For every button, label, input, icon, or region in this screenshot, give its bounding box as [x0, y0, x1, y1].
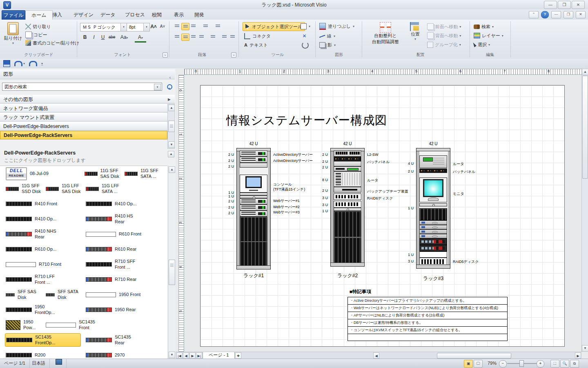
shape-item[interactable]: 1950 Rear: [85, 306, 136, 313]
shape-item[interactable]: 11G SFF SSD Disk: [5, 182, 45, 195]
shapes-scrollbar-thumb[interactable]: [169, 260, 175, 285]
h-scroll-right-icon[interactable]: ▶: [575, 352, 581, 359]
stencil-network-room[interactable]: ネットワーク室備品: [0, 104, 167, 112]
find-button[interactable]: 検索▾: [474, 23, 494, 30]
unit-backup-tape[interactable]: [334, 187, 361, 193]
bullets-button[interactable]: [202, 23, 209, 29]
stencil-scroll-thumb[interactable]: [168, 121, 175, 132]
shape-item[interactable]: 1950 FrontOp...: [5, 303, 85, 316]
unit-router[interactable]: [334, 171, 361, 187]
paragraph-dialog-launcher[interactable]: ⌄: [231, 52, 236, 58]
zoom-slider-thumb[interactable]: [519, 360, 524, 367]
shape-item[interactable]: 1950 Front: [85, 291, 141, 298]
fit-page-button[interactable]: ⛶: [550, 360, 559, 368]
help-icon[interactable]: ?: [541, 11, 549, 18]
shape-item[interactable]: 11G SFF SATA ...: [124, 167, 167, 180]
scroll-up-icon[interactable]: ▲: [582, 69, 588, 75]
zoom-out-icon[interactable]: −: [499, 360, 507, 368]
unit-router[interactable]: [419, 155, 447, 168]
unit-ad-server-1[interactable]: [240, 150, 267, 157]
align-left-button[interactable]: [173, 34, 180, 40]
align-bottom-button[interactable]: [189, 23, 197, 29]
unit-db-server-1[interactable]: [419, 238, 447, 245]
unit-keyboard-tray[interactable]: [240, 195, 267, 198]
unit-server[interactable]: [419, 225, 447, 229]
increase-indent-button[interactable]: [229, 34, 236, 40]
unit-server[interactable]: [334, 166, 361, 171]
doc-restore-button[interactable]: ❐: [564, 11, 573, 18]
group-button[interactable]: グループ化▾: [427, 41, 461, 48]
shape-item[interactable]: R200: [5, 352, 85, 359]
connector-tool-button[interactable]: コネクタ: [244, 32, 271, 40]
unit-db-server-2[interactable]: [419, 245, 447, 251]
decrease-indent-button[interactable]: [220, 34, 228, 40]
font-family-combo[interactable]: ＭＳ Ｐゴシック▾: [80, 23, 127, 31]
zoom-percent[interactable]: 79%: [483, 359, 501, 368]
stencil-scrollbar[interactable]: ▲ ▼: [167, 104, 175, 149]
shape-item-selected[interactable]: SC1435 FrontOp...: [5, 333, 81, 347]
auto-align-button[interactable]: 自動整列と自動間隔調整: [366, 22, 405, 45]
unit-server-dark[interactable]: [419, 208, 447, 220]
unit-console-monitor[interactable]: [240, 175, 267, 193]
unit-disk-array[interactable]: [334, 211, 361, 264]
stencil-rack-mounted[interactable]: ラック マウント式装置: [0, 113, 167, 121]
window-view-button[interactable]: ▣: [464, 360, 473, 368]
align-top-button[interactable]: [173, 23, 180, 29]
shape-item[interactable]: SC1435 Front: [45, 319, 107, 331]
unit-raid5-disk[interactable]: [419, 258, 447, 266]
font-size-combo[interactable]: 8pt▾: [127, 23, 150, 31]
vertical-scroll-thumb[interactable]: [582, 76, 588, 179]
shape-item[interactable]: R410 Op...: [85, 200, 137, 207]
shape-item[interactable]: R410 HS Rear: [85, 213, 143, 225]
layers-button[interactable]: レイヤー▾: [474, 32, 503, 39]
first-page-icon[interactable]: |◀: [176, 352, 183, 359]
minimize-button[interactable]: —: [544, 1, 557, 9]
doc-close-button[interactable]: ✕: [576, 11, 586, 18]
unit-l2-switch[interactable]: [334, 150, 361, 157]
align-right-button[interactable]: [189, 34, 197, 40]
shape-item[interactable]: R610 Rear: [85, 246, 137, 253]
grow-font-button[interactable]: A˄: [149, 23, 158, 31]
tab-view[interactable]: 表示: [168, 10, 189, 20]
send-back-button[interactable]: 背面へ移動▾: [427, 32, 461, 39]
zoom-in-icon[interactable]: +: [537, 360, 544, 368]
tab-file[interactable]: ファイル: [2, 10, 25, 20]
case-button[interactable]: Aa▾: [118, 34, 130, 41]
unit-raid6-disk-1[interactable]: [334, 193, 361, 200]
search-dropdown-icon[interactable]: ▾: [154, 84, 161, 90]
shape-item[interactable]: R410 NHS Rear: [5, 228, 85, 240]
bring-front-button[interactable]: 前面へ移動▾: [427, 23, 461, 30]
shape-item[interactable]: SFF SATA Disk: [45, 288, 85, 301]
unit-server[interactable]: [419, 229, 447, 234]
text-rotate-button[interactable]: [214, 23, 221, 29]
format-painter-button[interactable]: 書式のコピー/貼り付け: [25, 39, 79, 47]
status-page-indicator[interactable]: ページ 1/1: [0, 359, 30, 368]
page-viewport[interactable]: 情報システムサーバー構成図 42 U: [184, 75, 582, 352]
rotate-text-tool-button[interactable]: [302, 41, 309, 49]
shape-item[interactable]: 2970: [85, 352, 125, 359]
unit-tray[interactable]: [240, 193, 267, 195]
more-shapes-bar[interactable]: その他の図形 ▶: [0, 95, 175, 103]
redo-icon[interactable]: [29, 61, 37, 66]
zoom-window-button[interactable]: 🔍: [560, 360, 569, 368]
shape-item[interactable]: R710 Rear: [85, 276, 137, 283]
align-middle-button[interactable]: [181, 23, 189, 30]
shape-item[interactable]: R410 Front: [5, 200, 85, 207]
unit-patch-panel[interactable]: [419, 168, 447, 173]
unit-server[interactable]: [419, 234, 447, 238]
unit-blank-tray[interactable]: [334, 161, 361, 166]
justify-button[interactable]: [198, 34, 205, 40]
vertical-scrollbar[interactable]: ▲ ▼: [581, 68, 588, 352]
close-button[interactable]: ✕: [572, 1, 585, 9]
unit-blank[interactable]: [419, 251, 447, 258]
shape-item[interactable]: R410 Op...: [5, 215, 85, 222]
fullscreen-view-button[interactable]: 🖵: [474, 360, 483, 368]
horizontal-scroll-thumb[interactable]: [437, 353, 511, 359]
unit-disk-array[interactable]: [240, 217, 267, 267]
status-language[interactable]: 日本語: [28, 359, 50, 368]
rack-1[interactable]: 42 U 2 U 2 U 2 U: [222, 141, 320, 283]
line-button[interactable]: 線▾: [319, 32, 335, 40]
font-color-button[interactable]: A▾: [135, 34, 146, 43]
unit-server[interactable]: [419, 220, 447, 225]
stencil-blade-servers[interactable]: Dell-PowerEdge-Bladeservers: [0, 122, 167, 130]
